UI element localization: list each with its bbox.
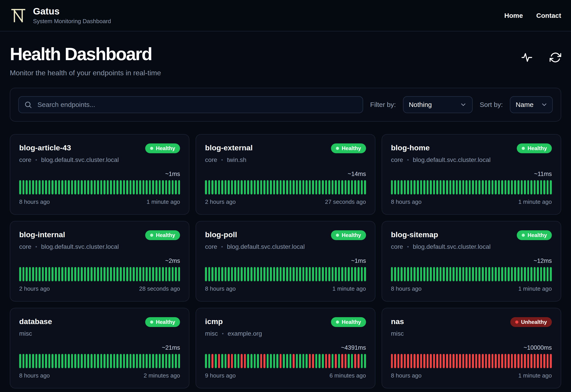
uptime-bar[interactable] xyxy=(244,267,246,281)
uptime-bar[interactable] xyxy=(165,354,167,368)
uptime-bar[interactable] xyxy=(168,180,170,195)
uptime-bar[interactable] xyxy=(139,180,141,195)
uptime-bar[interactable] xyxy=(257,267,259,281)
uptime-bar[interactable] xyxy=(302,354,304,368)
uptime-bar[interactable] xyxy=(488,180,490,195)
uptime-bar[interactable] xyxy=(348,180,350,195)
uptime-bar[interactable] xyxy=(391,180,393,195)
uptime-bar[interactable] xyxy=(410,354,412,368)
uptime-bar[interactable] xyxy=(149,267,151,281)
uptime-bar[interactable] xyxy=(123,180,125,195)
uptime-bar[interactable] xyxy=(238,354,240,368)
uptime-bar[interactable] xyxy=(126,180,128,195)
uptime-bar[interactable] xyxy=(48,180,50,195)
uptime-bar[interactable] xyxy=(116,354,119,368)
uptime-bar[interactable] xyxy=(348,267,350,281)
uptime-bar[interactable] xyxy=(296,267,298,281)
uptime-bar[interactable] xyxy=(345,354,347,368)
uptime-bar[interactable] xyxy=(238,180,240,195)
uptime-bar[interactable] xyxy=(527,267,529,281)
uptime-bar[interactable] xyxy=(155,180,157,195)
uptime-bar[interactable] xyxy=(361,180,363,195)
uptime-bar[interactable] xyxy=(162,354,164,368)
uptime-bar[interactable] xyxy=(152,354,154,368)
uptime-bar[interactable] xyxy=(511,267,513,281)
uptime-bar[interactable] xyxy=(335,267,337,281)
endpoint-card[interactable]: icmp Healthy misc • example.org ~4391ms … xyxy=(195,308,375,388)
uptime-bar[interactable] xyxy=(29,180,31,195)
uptime-bar[interactable] xyxy=(312,180,314,195)
uptime-bar[interactable] xyxy=(113,180,115,195)
uptime-bar[interactable] xyxy=(404,180,406,195)
uptime-bar[interactable] xyxy=(123,354,125,368)
uptime-bar[interactable] xyxy=(146,354,148,368)
uptime-bar[interactable] xyxy=(19,267,21,281)
uptime-bar[interactable] xyxy=(456,354,458,368)
uptime-bar[interactable] xyxy=(280,267,282,281)
uptime-bar[interactable] xyxy=(433,354,435,368)
uptime-bar[interactable] xyxy=(318,180,320,195)
uptime-bar[interactable] xyxy=(299,354,301,368)
uptime-bar[interactable] xyxy=(218,267,220,281)
uptime-bar[interactable] xyxy=(328,267,330,281)
uptime-bar[interactable] xyxy=(354,267,356,281)
uptime-bar[interactable] xyxy=(71,180,73,195)
uptime-bar[interactable] xyxy=(462,354,464,368)
uptime-bar[interactable] xyxy=(423,354,425,368)
uptime-bar[interactable] xyxy=(270,354,272,368)
uptime-bar[interactable] xyxy=(322,354,324,368)
uptime-bar[interactable] xyxy=(306,354,308,368)
uptime-bar[interactable] xyxy=(74,267,76,281)
uptime-bar[interactable] xyxy=(446,267,448,281)
uptime-bar[interactable] xyxy=(440,267,442,281)
uptime-bar[interactable] xyxy=(90,354,92,368)
uptime-bar[interactable] xyxy=(514,354,516,368)
uptime-bar[interactable] xyxy=(391,267,393,281)
uptime-bar[interactable] xyxy=(456,180,458,195)
uptime-bar[interactable] xyxy=(215,180,217,195)
uptime-bar[interactable] xyxy=(475,180,477,195)
uptime-bar[interactable] xyxy=(116,267,119,281)
uptime-bar[interactable] xyxy=(325,267,327,281)
uptime-bar[interactable] xyxy=(139,267,141,281)
uptime-bar[interactable] xyxy=(81,267,83,281)
uptime-bar[interactable] xyxy=(241,267,243,281)
uptime-bar[interactable] xyxy=(168,267,170,281)
uptime-bar[interactable] xyxy=(420,354,422,368)
uptime-bar[interactable] xyxy=(289,267,291,281)
uptime-bar[interactable] xyxy=(293,354,295,368)
endpoint-card[interactable]: blog-poll Healthy core • blog.default.sv… xyxy=(195,221,375,302)
uptime-bar[interactable] xyxy=(472,354,474,368)
uptime-bar[interactable] xyxy=(211,180,213,195)
uptime-bar[interactable] xyxy=(205,180,207,195)
uptime-bar[interactable] xyxy=(23,180,25,195)
uptime-bar[interactable] xyxy=(452,354,455,368)
uptime-bar[interactable] xyxy=(289,180,291,195)
uptime-bar[interactable] xyxy=(517,267,519,281)
uptime-bar[interactable] xyxy=(97,354,99,368)
uptime-bar[interactable] xyxy=(149,354,151,368)
uptime-bar[interactable] xyxy=(501,354,503,368)
uptime-bar[interactable] xyxy=(540,354,542,368)
uptime-bar[interactable] xyxy=(97,267,99,281)
uptime-bar[interactable] xyxy=(247,180,249,195)
filter-select[interactable]: Nothing xyxy=(403,96,473,113)
uptime-bar[interactable] xyxy=(446,354,448,368)
uptime-bar[interactable] xyxy=(61,180,63,195)
uptime-bar[interactable] xyxy=(74,180,76,195)
uptime-bar[interactable] xyxy=(498,180,500,195)
uptime-bar[interactable] xyxy=(35,180,37,195)
uptime-bar[interactable] xyxy=(436,267,438,281)
uptime-bar[interactable] xyxy=(84,180,86,195)
endpoint-card[interactable]: blog-article-43 Healthy core • blog.defa… xyxy=(10,134,189,215)
uptime-bar[interactable] xyxy=(472,180,474,195)
sort-select[interactable]: Name xyxy=(510,96,553,113)
uptime-bar[interactable] xyxy=(341,180,343,195)
uptime-bar[interactable] xyxy=(452,267,455,281)
uptime-bar[interactable] xyxy=(211,267,213,281)
uptime-bar[interactable] xyxy=(283,180,285,195)
uptime-bar[interactable] xyxy=(120,180,122,195)
uptime-bar[interactable] xyxy=(26,180,28,195)
uptime-bar[interactable] xyxy=(485,180,487,195)
uptime-bar[interactable] xyxy=(81,354,83,368)
